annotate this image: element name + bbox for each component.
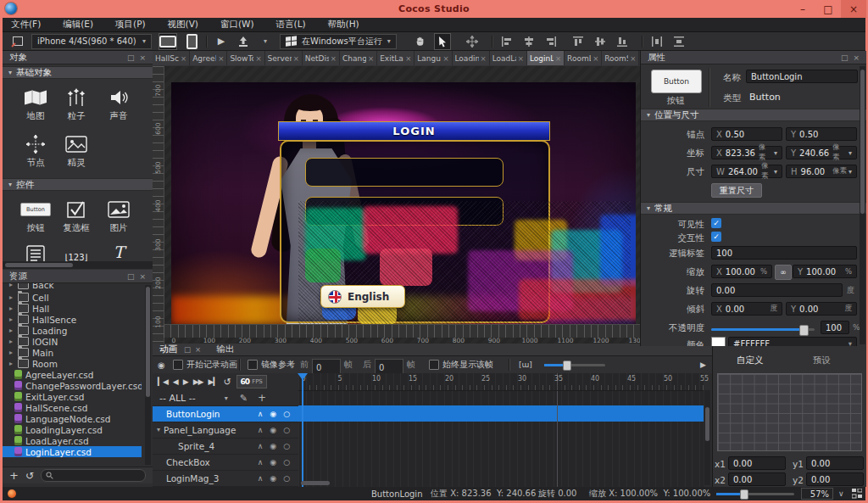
landscape-toggle[interactable] xyxy=(159,33,177,50)
scale-link-icon[interactable]: ∞ xyxy=(775,265,792,280)
tab-animation[interactable]: 动画 xyxy=(159,344,177,355)
menu-file[interactable]: 文件(F) xyxy=(11,19,41,31)
fit-screen-icon[interactable] xyxy=(852,489,862,499)
tab-slowto[interactable]: SlowTo× xyxy=(227,51,264,65)
scale-y-input[interactable]: Y100.00% xyxy=(793,265,857,278)
resource-search-input[interactable] xyxy=(41,469,146,482)
tab-agreelayer[interactable]: AgreeL× xyxy=(190,51,227,65)
menu-project[interactable]: 项目(P) xyxy=(115,19,146,31)
file-row[interactable]: LoadLayer.csd xyxy=(3,435,142,446)
curve-grid[interactable] xyxy=(717,373,862,451)
interactive-checkbox[interactable]: ✓ xyxy=(711,232,721,242)
publish-button[interactable] xyxy=(236,34,251,49)
tab-language[interactable]: Langua× xyxy=(415,51,452,65)
size-w-input[interactable]: W264.00像素▾ xyxy=(711,165,782,178)
close-icon[interactable]: × xyxy=(139,272,146,281)
play-button[interactable]: ▶ xyxy=(214,34,229,49)
select-tool[interactable] xyxy=(434,33,451,50)
layer-row-loginmag3[interactable]: LoginMag_3 ∧◉○ xyxy=(153,470,298,487)
tab-output[interactable]: 输出 xyxy=(216,344,234,355)
add-animation-icon[interactable]: + xyxy=(258,392,266,404)
name-input[interactable]: ButtonLogin xyxy=(746,70,858,83)
scale-x-input[interactable]: X100.00% xyxy=(711,265,772,278)
tab-preset[interactable]: 预设 xyxy=(813,355,831,366)
visibility-eye-icon[interactable]: ◉ xyxy=(270,474,276,483)
anchor-y-input[interactable]: Y0.50 xyxy=(786,127,857,141)
object-particle[interactable]: 粒子 xyxy=(54,85,98,122)
layer-row-panel-language[interactable]: ▾ Panel_Language ∧◉○ xyxy=(153,422,298,439)
loop-button[interactable]: ↺ xyxy=(223,377,231,388)
zoom-dropdown[interactable]: ∨ xyxy=(838,489,844,498)
onion-skin-icon[interactable]: [ɯ] xyxy=(519,356,532,373)
visibility-eye-icon[interactable]: ◉ xyxy=(270,458,276,467)
add-resource-button[interactable]: + xyxy=(9,469,19,482)
folder-row[interactable]: ▸Loading xyxy=(3,325,142,336)
folder-row[interactable]: ▸lOGIN xyxy=(3,336,142,347)
file-row[interactable]: AgreeLayer.csd xyxy=(3,369,142,380)
skip-end-button[interactable]: ▶▎ xyxy=(209,377,219,386)
layer-filter-dropdown[interactable]: -- ALL -- xyxy=(153,393,196,404)
timeline-zoom-slider[interactable] xyxy=(544,364,605,366)
anchor-x-input[interactable]: X0.50 xyxy=(711,127,782,141)
fps-box[interactable]: 60FPS xyxy=(236,375,267,388)
tab-change[interactable]: Change× xyxy=(340,51,377,65)
portrait-toggle[interactable] xyxy=(184,34,199,49)
object-sprite[interactable]: 精灵 xyxy=(54,131,98,169)
y1-input[interactable]: 0.00 xyxy=(806,456,864,470)
tab-netdis[interactable]: NetDis× xyxy=(303,51,340,65)
section-basic-objects[interactable]: ▾ 基础对象 xyxy=(3,66,153,79)
align-center-icon[interactable] xyxy=(521,34,537,49)
float-panel-icon[interactable]: □ xyxy=(841,53,849,62)
english-language-button[interactable]: English xyxy=(320,285,405,308)
distribute-vertical-icon[interactable] xyxy=(671,34,687,49)
play-animation-button[interactable]: ▶ xyxy=(183,377,188,386)
collapse-icon[interactable]: ∧ xyxy=(258,410,264,418)
folder-row[interactable]: ▸Cell xyxy=(3,292,142,303)
close-icon[interactable]: × xyxy=(481,54,487,63)
size-h-input[interactable]: H96.00像素▾ xyxy=(786,165,857,178)
close-icon[interactable]: × xyxy=(195,345,201,354)
file-row[interactable]: HallScene.csd xyxy=(3,402,142,413)
visible-checkbox[interactable]: ✓ xyxy=(711,218,721,228)
folder-row[interactable]: ▸HallSence xyxy=(3,314,142,325)
skip-start-button[interactable]: ▎◀ xyxy=(158,377,168,386)
folder-row[interactable]: ▸Back xyxy=(3,283,142,290)
x1-input[interactable]: 0.00 xyxy=(728,456,786,470)
x2-input[interactable]: 0.00 xyxy=(728,472,786,486)
layer-row-sprite4[interactable]: Sprite_4 ∧◉○ xyxy=(153,438,298,455)
close-icon[interactable]: × xyxy=(181,54,186,63)
skew-y-input[interactable]: Y0.00度 xyxy=(786,302,857,316)
close-button[interactable]: × xyxy=(841,0,866,18)
playhead[interactable] xyxy=(302,373,303,487)
next-marker-icon[interactable]: ▶ xyxy=(700,356,706,373)
reset-size-button[interactable]: 重置尺寸 xyxy=(711,183,762,198)
collapse-icon[interactable]: ∧ xyxy=(258,474,264,483)
object-map[interactable]: 地图 xyxy=(14,85,58,122)
tab-loadlayer[interactable]: LoadLa× xyxy=(490,51,527,65)
lock-circle-icon[interactable]: ○ xyxy=(283,426,290,434)
object-image[interactable]: 图片 xyxy=(97,197,141,234)
tab-loginlayer-active[interactable]: LoginL× xyxy=(527,51,565,65)
close-icon[interactable]: × xyxy=(218,54,224,63)
folder-row[interactable]: ▸Main xyxy=(3,347,142,358)
file-row[interactable]: LoadingLayer.csd xyxy=(3,424,142,435)
coord-y-input[interactable]: Y240.66像素▾ xyxy=(786,146,857,159)
tag-input[interactable]: 100 xyxy=(711,246,857,260)
tab-rooms[interactable]: RoomS× xyxy=(602,51,639,65)
tab-loading[interactable]: Loadin× xyxy=(453,51,490,65)
y2-input[interactable]: 0.00 xyxy=(806,472,864,486)
hand-tool[interactable] xyxy=(412,34,427,49)
login-title-bar[interactable]: LOGIN xyxy=(278,121,550,141)
menu-help[interactable]: 帮助(H) xyxy=(328,19,359,31)
publish-caret[interactable]: ▾ xyxy=(258,34,273,49)
collapse-icon[interactable]: ∧ xyxy=(258,458,264,467)
visibility-eye-icon[interactable]: ◉ xyxy=(270,410,276,418)
close-icon[interactable]: × xyxy=(853,53,860,62)
close-icon[interactable]: × xyxy=(518,54,524,63)
lock-circle-icon[interactable]: ○ xyxy=(283,410,290,418)
lock-circle-icon[interactable]: ○ xyxy=(283,442,290,450)
file-row[interactable]: ChangePasswordLayer.csd xyxy=(3,380,142,391)
object-sound[interactable]: 声音 xyxy=(97,85,141,122)
visibility-eye-icon[interactable]: ◉ xyxy=(270,426,276,434)
section-controls[interactable]: ▾ 控件 xyxy=(3,178,153,191)
